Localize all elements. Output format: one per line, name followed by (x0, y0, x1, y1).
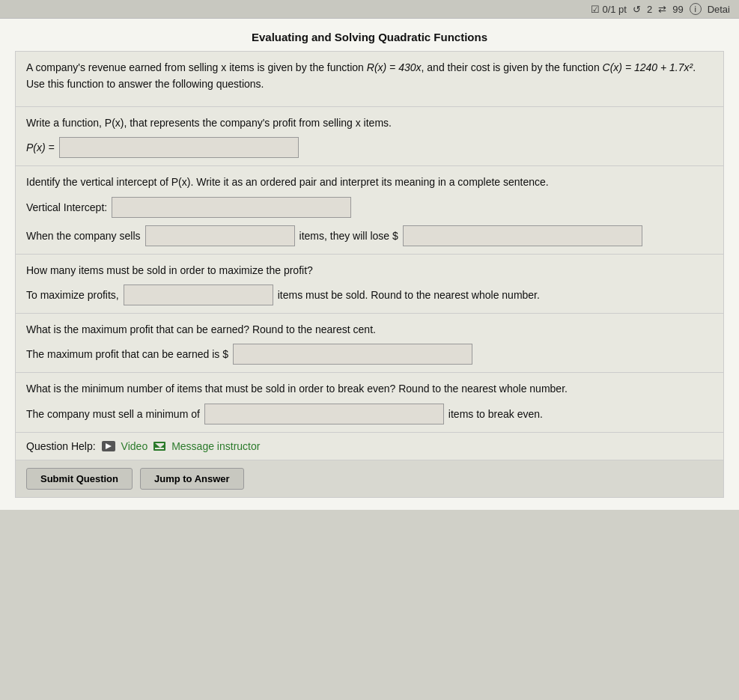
q3-prompt: How many items must be sold in order to … (26, 262, 713, 279)
q4-sentence: The maximum profit that can be earned is… (26, 348, 228, 360)
attempts-count: 2 (647, 4, 652, 15)
video-icon (102, 441, 115, 451)
q5-sentence-pre: The company must sell a minimum of (26, 408, 200, 420)
q2-label: Vertical Intercept: (26, 201, 107, 213)
q1-prompt: Write a function, P(x), that represents … (26, 115, 713, 131)
q1-input-row: P(x) = (26, 137, 713, 158)
section-title: Evaluating and Solving Quadratic Functio… (15, 31, 724, 43)
q2-sentence-row: When the company sells items, they will … (26, 225, 713, 246)
main-content: Evaluating and Solving Quadratic Functio… (0, 19, 739, 510)
q2-intercept-row: Vertical Intercept: (26, 197, 713, 218)
score-badge: ☑ 0/1 pt (591, 4, 627, 15)
question-5-block: What is the minimum number of items that… (15, 373, 724, 432)
q1-input[interactable] (59, 137, 299, 158)
q2-sentence-mid: items, they will lose $ (299, 230, 398, 242)
question-3-block: How many items must be sold in order to … (15, 255, 724, 314)
q5-prompt: What is the minimum number of items that… (26, 380, 713, 397)
q2-loss-input[interactable] (403, 225, 642, 246)
q4-input-row: The maximum profit that can be earned is… (26, 344, 713, 365)
q2-sentence-pre: When the company sells (26, 230, 141, 242)
q3-input-row: To maximize profits, items must be sold.… (26, 284, 713, 305)
bottom-buttons-bar: Submit Question Jump to Answer (15, 460, 724, 498)
info-icon: i (690, 3, 702, 15)
check-icon: ☑ (591, 4, 600, 15)
question-1-block: Write a function, P(x), that represents … (15, 107, 724, 166)
q1-label: P(x) = (26, 141, 55, 153)
help-label: Question Help: (26, 440, 96, 452)
q2-items-input[interactable] (145, 225, 295, 246)
intro-block: A company's revenue earned from selling … (15, 51, 724, 107)
q3-pre: To maximize profits, (26, 289, 119, 301)
detail-label: Detai (708, 4, 730, 15)
video-link[interactable]: Video (121, 440, 148, 452)
intro-text: A company's revenue earned from selling … (26, 59, 713, 93)
message-instructor-link[interactable]: Message instructor (171, 440, 260, 452)
q5-sentence-end: items to break even. (448, 408, 543, 420)
q5-input-row: The company must sell a minimum of items… (26, 404, 713, 424)
mail-icon (153, 442, 165, 451)
q3-items-input[interactable] (124, 284, 273, 305)
q4-profit-input[interactable] (233, 344, 472, 365)
sync-icon: ⇄ (658, 4, 666, 15)
q4-prompt: What is the maximum profit that can be e… (26, 321, 713, 338)
q2-intercept-input[interactable] (112, 197, 351, 218)
question-2-block: Identify the vertical intercept of P(x).… (15, 166, 724, 254)
q5-items-input[interactable] (204, 404, 444, 424)
retry-icon: ↺ (633, 4, 641, 15)
q3-mid: items must be sold. Round to the nearest… (278, 289, 540, 301)
question-help-bar: Question Help: Video Message instructor (15, 433, 724, 460)
top-bar: ☑ 0/1 pt ↺ 2 ⇄ 99 i Detai (0, 0, 739, 19)
sync-count: 99 (672, 4, 683, 15)
question-4-block: What is the maximum profit that can be e… (15, 314, 724, 373)
submit-question-button[interactable]: Submit Question (26, 468, 133, 490)
q2-prompt: Identify the vertical intercept of P(x).… (26, 174, 713, 190)
jump-to-answer-button[interactable]: Jump to Answer (140, 468, 244, 490)
